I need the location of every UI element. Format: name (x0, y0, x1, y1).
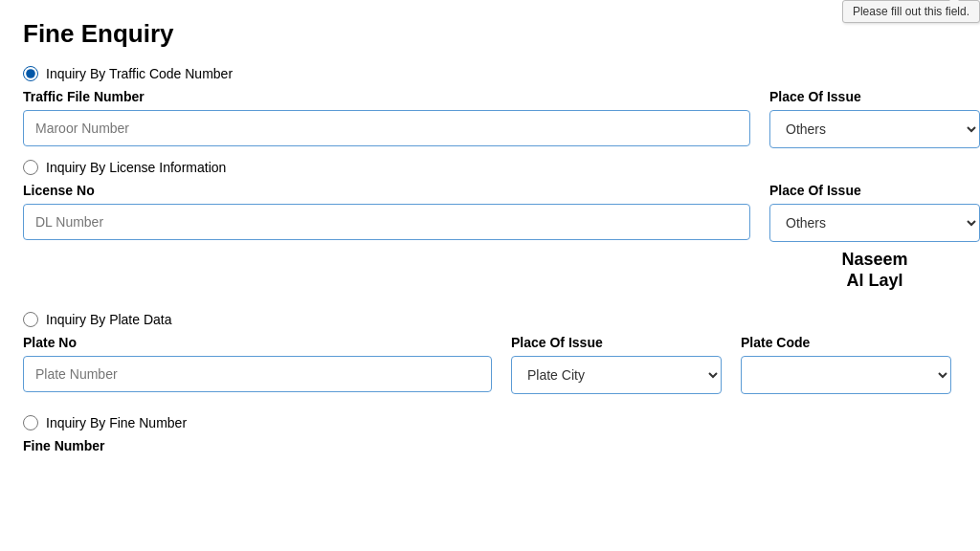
traffic-file-number-input[interactable] (23, 110, 750, 146)
traffic-place-of-issue-group: Place Of Issue Others (769, 89, 980, 148)
traffic-place-of-issue-select[interactable]: Others (769, 110, 980, 148)
license-no-input[interactable] (23, 204, 750, 240)
plate-section: Inquiry By Plate Data Plate No Place Of … (23, 312, 957, 394)
license-no-group: License No (23, 183, 750, 240)
license-place-of-issue-label: Place Of Issue (769, 183, 980, 198)
radio-plate[interactable] (23, 312, 38, 327)
plate-place-of-issue-label: Place Of Issue (511, 335, 722, 350)
radio-license[interactable] (23, 160, 38, 175)
validation-tooltip: Please fill out this field. (842, 0, 980, 23)
traffic-code-section: Inquiry By Traffic Code Number Traffic F… (23, 66, 957, 150)
radio-license-label[interactable]: Inquiry By License Information (46, 160, 226, 175)
license-place-of-issue-select[interactable]: Others (769, 204, 980, 242)
plate-place-of-issue-group: Place Of Issue Plate City (511, 335, 722, 394)
radio-traffic-code-label[interactable]: Inquiry By Traffic Code Number (46, 66, 233, 81)
plate-code-group: Plate Code (741, 335, 951, 394)
traffic-input-wrapper (23, 110, 750, 146)
plate-city-select[interactable]: Plate City (511, 356, 722, 394)
license-no-label: License No (23, 183, 750, 198)
license-place-of-issue-group: Place Of Issue Others Naseem Al Layl (769, 183, 980, 291)
radio-plate-label[interactable]: Inquiry By Plate Data (46, 312, 172, 327)
radio-fine[interactable] (23, 415, 38, 430)
radio-fine-label[interactable]: Inquiry By Fine Number (46, 415, 187, 430)
plate-code-label: Plate Code (741, 335, 951, 350)
plate-no-label: Plate No (23, 335, 492, 350)
license-fields-row: License No Place Of Issue Others Naseem … (23, 183, 957, 291)
radio-traffic-code[interactable] (23, 66, 38, 81)
plate-no-input[interactable] (23, 356, 492, 392)
traffic-fields-row: Traffic File Number Place Of Issue Other… (23, 89, 957, 148)
fine-section: Inquiry By Fine Number Fine Number (23, 415, 957, 455)
traffic-file-number-label: Traffic File Number (23, 89, 750, 104)
plate-fields-row: Plate No Place Of Issue Plate City Plate… (23, 335, 957, 394)
fine-number-group: Fine Number (23, 438, 957, 455)
plate-code-select[interactable] (741, 356, 951, 394)
traffic-file-number-group: Traffic File Number (23, 89, 750, 146)
license-section: Inquiry By License Information License N… (23, 160, 957, 291)
fine-number-label: Fine Number (23, 438, 957, 453)
plate-no-group: Plate No (23, 335, 492, 392)
traffic-place-of-issue-label: Place Of Issue (769, 89, 980, 104)
page-title: Fine Enquiry (23, 19, 957, 49)
naseem-badge: Naseem Al Layl (769, 250, 980, 291)
